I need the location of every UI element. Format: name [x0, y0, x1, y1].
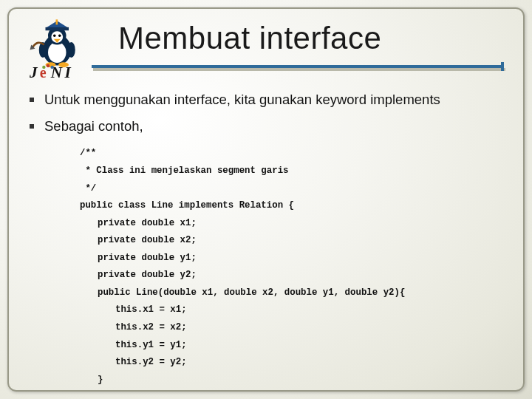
svg-point-4: [53, 35, 56, 38]
svg-rect-8: [46, 27, 69, 30]
svg-point-13: [67, 42, 75, 58]
svg-text:J: J: [30, 64, 38, 81]
svg-point-20: [47, 64, 50, 67]
header-area: J e N I Membuat interface: [25, 19, 507, 81]
bullet-item: Untuk menggunakan interface, kita gunaka…: [25, 92, 507, 108]
code-line: this.x2 = x2;: [80, 319, 507, 337]
code-line: private double x1;: [80, 215, 507, 233]
svg-point-1: [48, 42, 66, 63]
code-line: public class Line implements Relation {: [80, 197, 507, 215]
slide-frame: J e N I Membuat interface Untuk mengguna…: [7, 7, 525, 392]
svg-point-19: [42, 66, 45, 69]
code-line: private double y2;: [80, 267, 507, 284]
title-underline: [92, 65, 504, 72]
slide-title: Membuat interface: [118, 21, 381, 56]
svg-rect-9: [56, 19, 58, 24]
code-block: /** * Class ini menjelaskan segment gari…: [80, 145, 507, 389]
code-line: private double y1;: [80, 250, 507, 267]
code-line: public Line(double x1, double x2, double…: [80, 284, 507, 302]
bullet-text: Untuk menggunakan interface, kita gunaka…: [44, 92, 440, 108]
code-line: this.y1 = y1;: [80, 337, 507, 355]
code-line: this.x1 = x1;: [80, 301, 507, 319]
square-bullet-icon: [30, 98, 34, 102]
bullet-item: Sebagai contoh,: [25, 118, 507, 134]
code-line: /**: [80, 145, 507, 163]
code-line: }: [80, 372, 507, 389]
svg-point-21: [50, 66, 53, 69]
code-line: * Class ini menjelaskan segment garis: [80, 163, 507, 180]
svg-text:I: I: [64, 64, 72, 81]
code-line: */: [80, 180, 507, 198]
code-line: private double x2;: [80, 232, 507, 250]
slide-content: Untuk menggunakan interface, kita gunaka…: [25, 81, 507, 389]
bullet-text: Sebagai contoh,: [44, 118, 143, 134]
code-line: this.y2 = y2;: [80, 354, 507, 372]
svg-point-5: [58, 35, 61, 38]
square-bullet-icon: [30, 124, 34, 129]
